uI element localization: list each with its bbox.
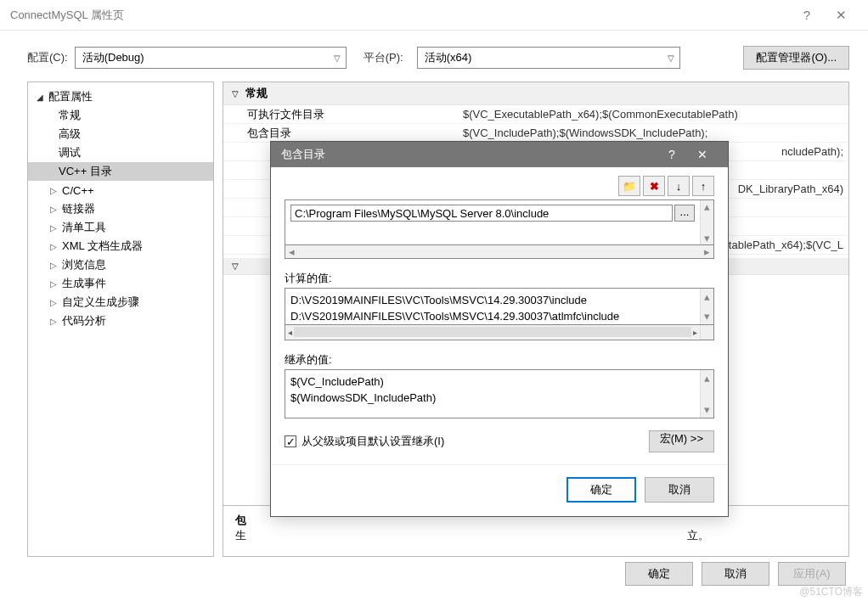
tree-item-debug[interactable]: 调试 [28,143,213,162]
chevron-down-icon: ▽ [334,53,341,63]
arrow-right-icon: ▷ [50,205,59,214]
platform-select[interactable]: 活动(x64) ▽ [417,47,680,69]
calculated-label: 计算的值: [285,271,714,286]
tree-item-xmldoc[interactable]: ▷XML 文档生成器 [28,237,213,256]
platform-value: 活动(x64) [425,50,472,65]
ok-button[interactable]: 确定 [625,562,693,586]
arrow-right-icon: ▷ [50,317,59,326]
tree-panel: ◢ 配置属性 常规 高级 调试 VC++ 目录 ▷C/C++ ▷链接器 ▷清单工… [27,81,214,557]
help-button[interactable]: ? [657,148,687,161]
arrow-right-icon: ▷ [50,279,59,289]
config-label: 配置(C): [27,50,68,65]
cancel-button[interactable]: 取消 [702,562,769,586]
paths-editbox: ... ▴▾ [285,199,714,245]
calculated-listbox: D:\VS2019MAINFILES\VC\Tools\MSVC\14.29.3… [285,288,714,325]
inherit-checkbox[interactable]: ✓ [285,435,296,447]
apply-button[interactable]: 应用(A) [778,562,846,586]
tree-item-codeanalysis[interactable]: ▷代码分析 [28,312,213,330]
tree-item-manifest[interactable]: ▷清单工具 [28,218,213,237]
close-button[interactable]: ✕ [824,8,858,23]
new-folder-button[interactable]: 📁 [618,176,640,196]
move-down-button[interactable]: ↓ [668,176,690,196]
arrow-up-icon: ↑ [701,180,707,193]
ok-button[interactable]: 确定 [566,477,636,503]
list-item: $(VC_IncludePath) [290,374,695,390]
tree-item-buildevents[interactable]: ▷生成事件 [28,274,213,293]
move-up-button[interactable]: ↑ [692,176,714,196]
prop-row-includedir[interactable]: 包含目录 $(VC_IncludePath);$(WindowsSDK_Incl… [223,124,848,143]
close-button[interactable]: ✕ [687,148,718,161]
tree-item-browse[interactable]: ▷浏览信息 [28,256,213,274]
subdialog-toolbar: 📁 ✖ ↓ ↑ [285,176,714,196]
scrollbar-horizontal[interactable]: ◂▸ [285,325,714,340]
tree-item-advanced[interactable]: 高级 [28,125,213,143]
arrow-right-icon: ▷ [50,298,59,307]
inherited-label: 继承的值: [285,352,714,368]
subdialog-footer: 确定 取消 [271,464,728,516]
arrow-down-icon: ↓ [676,180,682,193]
list-item: $(WindowsSDK_IncludePath) [290,390,695,406]
arrow-down-icon: ◢ [37,93,45,102]
include-dirs-dialog: 包含目录 ? ✕ 📁 ✖ ↓ ↑ ... ▴▾ ◂▸ 计算的值: [270,141,729,517]
arrow-right-icon: ▷ [50,186,59,195]
path-input[interactable] [290,205,673,222]
watermark: @51CTO博客 [799,585,863,599]
subdialog-title: 包含目录 [281,147,657,162]
browse-button[interactable]: ... [674,205,695,222]
list-item: D:\VS2019MAINFILES\VC\Tools\MSVC\14.29.3… [290,308,695,324]
delete-icon: ✖ [650,180,659,193]
subdialog-titlebar: 包含目录 ? ✕ [271,142,728,167]
delete-button[interactable]: ✖ [643,176,665,196]
section-header-general[interactable]: ▽ 常规 [223,82,848,105]
scrollbar-vertical[interactable]: ▴▾ [700,289,713,324]
cancel-button[interactable]: 取消 [645,477,714,503]
config-value: 活动(Debug) [82,50,144,65]
tree-item-linker[interactable]: ▷链接器 [28,199,213,218]
help-button[interactable]: ? [790,8,824,22]
tree-root[interactable]: ◢ 配置属性 [28,87,213,106]
platform-label: 平台(P): [364,50,403,65]
dialog-footer: 确定 取消 应用(A) [625,562,846,586]
scrollbar-vertical[interactable]: ▴▾ [700,370,713,418]
chevron-down-icon: ▽ [668,53,674,63]
config-row: 配置(C): 活动(Debug) ▽ 平台(P): 活动(x64) ▽ 配置管理… [0,31,868,81]
tree-item-ccpp[interactable]: ▷C/C++ [28,181,213,199]
titlebar: ConnectMySQL 属性页 ? ✕ [0,0,868,31]
config-select[interactable]: 活动(Debug) ▽ [75,47,347,69]
config-manager-button[interactable]: 配置管理器(O)... [743,46,849,70]
inherited-listbox: $(VC_IncludePath) $(WindowsSDK_IncludePa… [285,369,714,418]
folder-icon: 📁 [623,180,636,193]
inherit-row: ✓ 从父级或项目默认设置继承(I) 宏(M) >> [285,430,714,452]
arrow-right-icon: ▷ [50,223,59,233]
tree-item-custombuild[interactable]: ▷自定义生成步骤 [28,293,213,312]
list-item: D:\VS2019MAINFILES\VC\Tools\MSVC\14.29.3… [290,292,695,308]
arrow-right-icon: ▷ [50,242,59,251]
window-title: ConnectMySQL 属性页 [10,8,790,23]
macros-button[interactable]: 宏(M) >> [649,430,714,452]
arrow-right-icon: ▷ [50,261,59,270]
scrollbar-vertical[interactable]: ▴▾ [700,200,713,244]
tree-item-general[interactable]: 常规 [28,106,213,125]
prop-row-execdir[interactable]: 可执行文件目录 $(VC_ExecutablePath_x64);$(Commo… [223,105,848,124]
inherit-checkbox-label: 从父级或项目默认设置继承(I) [302,434,444,449]
scrollbar-horizontal[interactable]: ◂▸ [285,245,714,259]
chevron-down-icon: ▽ [232,89,239,98]
chevron-down-icon: ▽ [232,261,239,271]
tree-item-vcdirs[interactable]: VC++ 目录 [28,162,213,181]
